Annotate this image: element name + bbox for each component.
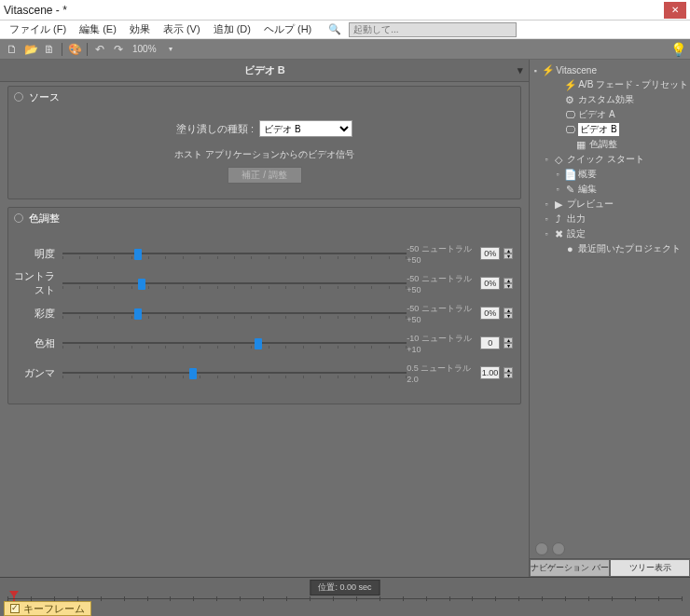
slider-value[interactable]: 0% xyxy=(480,277,500,290)
slider-label: 彩度 xyxy=(12,307,62,321)
video-dropdown-icon[interactable]: ▾ xyxy=(518,64,523,76)
slider-label: ガンマ xyxy=(12,366,62,380)
slider-track[interactable] xyxy=(62,244,407,263)
palette-icon[interactable]: 🎨 xyxy=(66,41,83,58)
tree-item[interactable]: 🖵ビデオ A xyxy=(531,107,688,122)
tree-item[interactable]: ⚡A/B フェード - プリセット xyxy=(531,77,688,92)
fill-type-label: 塗り潰しの種類 : xyxy=(176,122,254,136)
menu-view[interactable]: 表示 (V) xyxy=(158,21,206,38)
tree-root[interactable]: Vitascene xyxy=(556,65,597,75)
launch-input[interactable] xyxy=(349,22,517,37)
keyframe-toggle[interactable]: キーフレーム xyxy=(4,601,91,616)
menu-help[interactable]: ヘルプ (H) xyxy=(258,21,317,38)
tree-item[interactable]: ▫▶プレビュー xyxy=(531,197,688,212)
fill-type-select[interactable]: ビデオ B xyxy=(259,120,352,137)
tree-item[interactable]: ▫◇クイック スタート xyxy=(531,152,688,167)
slider-track[interactable] xyxy=(62,274,407,293)
tab-tree-view[interactable]: ツリー表示 xyxy=(610,559,690,577)
redo-icon[interactable]: ↷ xyxy=(110,41,127,58)
source-panel-header[interactable]: ソース xyxy=(8,87,520,107)
bulb-icon[interactable]: 💡 xyxy=(670,42,686,57)
tree-item[interactable]: ▫⤴出力 xyxy=(531,212,688,226)
video-header: ビデオ B xyxy=(244,63,285,77)
spin-down-icon[interactable]: ▾ xyxy=(504,253,513,259)
correct-adjust-button[interactable]: 補正 / 調整 xyxy=(228,167,302,184)
slider-track[interactable] xyxy=(62,304,407,322)
tree-item[interactable]: ●最近開いたプロジェクト xyxy=(531,241,688,256)
tree-item[interactable]: 🖵ビデオ B xyxy=(531,122,688,137)
search-icon: 🔍 xyxy=(323,21,347,37)
spin-down-icon[interactable]: ▾ xyxy=(504,373,513,378)
slider-track[interactable] xyxy=(62,334,407,352)
tree-item[interactable]: ▦色調整 xyxy=(531,137,688,152)
save-icon[interactable]: 🗎 xyxy=(41,41,58,58)
open-icon[interactable]: 📂 xyxy=(22,41,39,58)
slider-value[interactable]: 0% xyxy=(480,307,500,320)
window-title: Vitascene - * xyxy=(4,4,664,17)
slider-value[interactable]: 0 xyxy=(480,336,500,349)
slider-value[interactable]: 1.00 xyxy=(480,366,501,379)
timeline-position: 位置: 0.00 sec xyxy=(310,580,380,595)
spin-down-icon[interactable]: ▾ xyxy=(504,313,513,319)
spin-down-icon[interactable]: ▾ xyxy=(504,283,513,289)
menu-edit[interactable]: 編集 (E) xyxy=(74,21,122,38)
chevron-down-icon[interactable]: ▾ xyxy=(162,41,179,58)
menu-file[interactable]: ファイル (F) xyxy=(4,21,72,38)
close-button[interactable]: ✕ xyxy=(664,2,686,19)
tree-item[interactable]: ▫✖設定 xyxy=(531,226,688,241)
slider-label: 色相 xyxy=(12,336,62,350)
tree-item[interactable]: ⚙カスタム効果 xyxy=(531,92,688,107)
slider-track[interactable] xyxy=(62,363,407,382)
tree-item[interactable]: ▫✎編集 xyxy=(531,182,688,197)
menu-effect[interactable]: 効果 xyxy=(124,21,156,38)
nav-back-icon[interactable] xyxy=(535,542,548,555)
tree-item[interactable]: ▫📄概要 xyxy=(531,167,688,182)
nav-fwd-icon[interactable] xyxy=(552,542,565,555)
zoom-level[interactable]: 100% xyxy=(129,44,160,54)
color-panel-header[interactable]: 色調整 xyxy=(8,208,520,228)
new-icon[interactable]: 🗋 xyxy=(4,41,21,58)
host-signal-msg: ホスト アプリケーションからのビデオ信号 xyxy=(20,148,509,161)
spin-down-icon[interactable]: ▾ xyxy=(504,343,513,349)
menu-add[interactable]: 追加 (D) xyxy=(208,21,256,38)
slider-value[interactable]: 0% xyxy=(480,247,500,260)
tab-nav-bar[interactable]: ナビゲーション バー xyxy=(530,559,610,577)
undo-icon[interactable]: ↶ xyxy=(91,41,108,58)
slider-label: 明度 xyxy=(12,247,62,261)
slider-label: コントラスト xyxy=(12,269,62,297)
